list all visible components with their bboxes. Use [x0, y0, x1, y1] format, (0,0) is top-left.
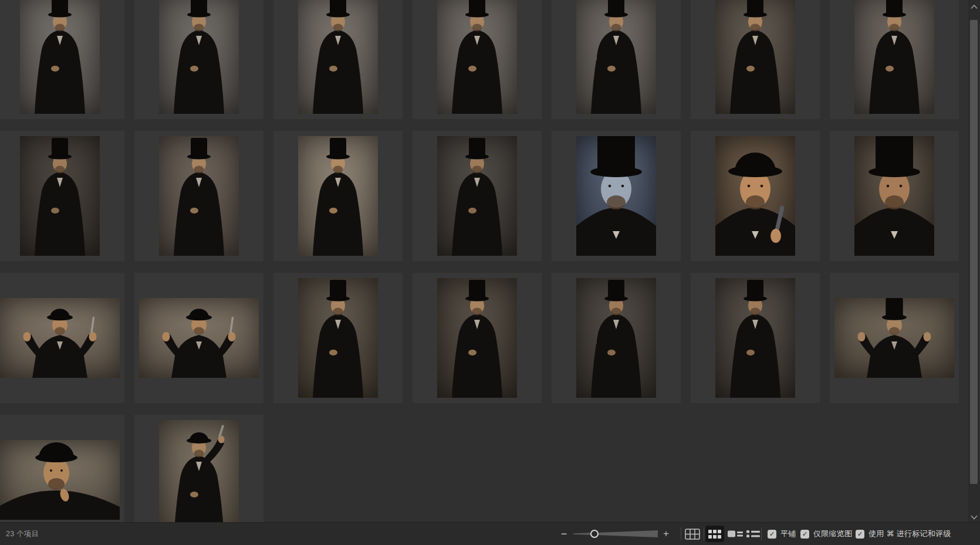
figure-illustration	[298, 136, 378, 256]
figure-illustration	[715, 278, 795, 398]
figure-illustration	[20, 136, 100, 256]
grid-cell[interactable]	[273, 131, 403, 261]
grid-cell[interactable]	[134, 131, 263, 261]
grid-cell[interactable]	[691, 131, 820, 261]
divider	[761, 527, 762, 540]
photo-thumbnail[interactable]	[576, 136, 656, 256]
grid-cell[interactable]	[830, 273, 959, 403]
grid-cell[interactable]	[0, 273, 124, 403]
photo-thumbnail[interactable]	[20, 136, 100, 256]
figure-illustration	[159, 136, 239, 256]
photo-thumbnail[interactable]	[715, 278, 795, 398]
table-view-button[interactable]	[684, 526, 701, 541]
checkbox-checked-icon: ✓	[800, 530, 809, 539]
figure-illustration	[159, 420, 239, 522]
photo-thumbnail[interactable]	[437, 278, 517, 398]
grid-cell[interactable]	[830, 131, 959, 261]
status-bar: 23 个项目 − +	[0, 522, 980, 545]
photo-thumbnail[interactable]	[576, 278, 656, 398]
grid-cell[interactable]	[830, 0, 959, 119]
figure-illustration	[139, 298, 259, 378]
scroll-down-arrow-icon[interactable]	[970, 512, 978, 517]
grid-cell[interactable]	[0, 131, 124, 261]
photo-thumbnail[interactable]	[576, 0, 656, 114]
photo-thumbnail[interactable]	[854, 136, 934, 256]
scrollbar-thumb[interactable]	[970, 20, 978, 484]
figure-illustration	[0, 440, 120, 520]
figure-illustration	[854, 136, 934, 256]
thumbnail-grid-icon	[708, 529, 722, 540]
grid-cell[interactable]	[413, 131, 542, 261]
grid-cell[interactable]	[552, 273, 681, 403]
figure-illustration	[437, 136, 517, 256]
photo-thumbnail[interactable]	[834, 298, 954, 378]
checkbox-checked-icon: ✓	[768, 530, 776, 539]
grid-cell[interactable]	[552, 0, 681, 119]
vertical-scrollbar[interactable]	[968, 0, 980, 522]
grid-cell[interactable]	[0, 415, 124, 522]
photo-thumbnail[interactable]	[298, 136, 378, 256]
grid-cell[interactable]	[413, 273, 542, 403]
grid-cell[interactable]	[413, 0, 542, 119]
list-view-button[interactable]	[745, 526, 761, 541]
grid-cell[interactable]	[273, 273, 403, 403]
grid-cell[interactable]	[691, 273, 820, 403]
list-icon	[746, 530, 760, 538]
figure-illustration	[0, 298, 120, 378]
grid-cell[interactable]	[134, 415, 263, 522]
grid-cell[interactable]	[134, 273, 263, 403]
figure-illustration	[20, 0, 100, 114]
tile-checkbox-label: 平铺	[780, 529, 796, 539]
photo-thumbnail[interactable]	[159, 136, 239, 256]
tile-checkbox[interactable]: ✓ 平铺	[768, 529, 796, 539]
photo-thumbnail[interactable]	[715, 136, 795, 256]
divider	[704, 527, 704, 540]
figure-illustration	[298, 0, 378, 114]
photo-thumbnail[interactable]	[20, 0, 100, 114]
scroll-up-arrow-icon[interactable]	[970, 1, 978, 6]
figure-illustration	[298, 278, 378, 398]
cmd-mark-rate-checkbox[interactable]: ✓ 使用 ⌘ 进行标记和评级	[856, 529, 951, 539]
divider	[681, 527, 681, 540]
thumbnail-size-slider[interactable]	[573, 529, 658, 539]
figure-illustration	[576, 278, 656, 398]
zoom-out-button[interactable]: −	[559, 529, 569, 539]
figure-illustration	[715, 0, 795, 114]
photo-thumbnail[interactable]	[0, 440, 120, 520]
thumbnails-only-checkbox[interactable]: ✓ 仅限缩览图	[800, 529, 853, 539]
table-grid-icon	[685, 529, 700, 540]
figure-illustration	[437, 278, 517, 398]
grid-cell[interactable]	[691, 0, 820, 119]
item-count: 23 个项目	[6, 529, 39, 539]
photo-thumbnail[interactable]	[298, 0, 378, 114]
photo-thumbnail[interactable]	[159, 0, 239, 114]
slider-track	[573, 529, 658, 539]
figure-illustration	[715, 136, 795, 256]
zoom-in-button[interactable]: +	[661, 529, 671, 539]
photo-thumbnail[interactable]	[854, 0, 934, 114]
photo-thumbnail[interactable]	[0, 298, 120, 378]
photo-thumbnail[interactable]	[159, 420, 239, 522]
photo-thumbnail[interactable]	[715, 0, 795, 114]
media-list-view-button[interactable]	[726, 526, 744, 541]
grid-cell[interactable]	[273, 0, 403, 119]
cmd-mark-rate-checkbox-label: 使用 ⌘ 进行标记和评级	[869, 529, 951, 539]
photo-thumbnail[interactable]	[298, 278, 378, 398]
grid-cell[interactable]	[134, 0, 263, 119]
thumbnail-grid	[0, 0, 980, 522]
checkbox-checked-icon: ✓	[856, 530, 864, 539]
slider-knob[interactable]	[590, 530, 599, 538]
figure-illustration	[576, 0, 656, 114]
figure-illustration	[437, 0, 517, 114]
grid-cell[interactable]	[0, 0, 124, 119]
photo-browser-window: 23 个项目 − +	[0, 0, 980, 545]
photo-thumbnail[interactable]	[139, 298, 259, 378]
thumbnail-view-button[interactable]	[705, 526, 724, 542]
figure-illustration	[834, 298, 954, 378]
photo-thumbnail[interactable]	[437, 0, 517, 114]
grid-cell[interactable]	[552, 131, 681, 261]
figure-illustration	[854, 0, 934, 114]
thumbnails-only-checkbox-label: 仅限缩览图	[813, 529, 853, 539]
figure-illustration	[576, 136, 656, 256]
photo-thumbnail[interactable]	[437, 136, 517, 256]
